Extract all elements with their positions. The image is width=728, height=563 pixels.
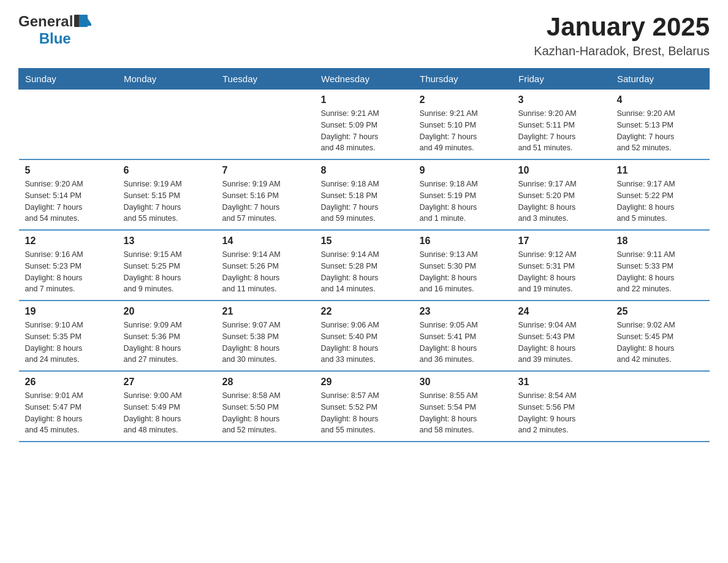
calendar-header-tuesday: Tuesday	[216, 69, 315, 90]
day-info: Sunrise: 8:58 AM Sunset: 5:50 PM Dayligh…	[222, 390, 309, 436]
calendar-cell: 16Sunrise: 9:13 AM Sunset: 5:30 PM Dayli…	[414, 230, 512, 301]
day-number: 18	[617, 236, 703, 247]
day-number: 20	[124, 306, 210, 317]
day-number: 24	[518, 306, 605, 317]
day-number: 10	[518, 165, 605, 176]
calendar-week-row: 12Sunrise: 9:16 AM Sunset: 5:23 PM Dayli…	[19, 230, 710, 301]
day-number: 7	[222, 165, 309, 176]
calendar-cell: 1Sunrise: 9:21 AM Sunset: 5:09 PM Daylig…	[315, 90, 414, 160]
day-info: Sunrise: 9:16 AM Sunset: 5:23 PM Dayligh…	[25, 249, 112, 295]
calendar-cell: 13Sunrise: 9:15 AM Sunset: 5:25 PM Dayli…	[118, 230, 216, 301]
day-info: Sunrise: 9:18 AM Sunset: 5:18 PM Dayligh…	[321, 178, 408, 224]
day-number: 8	[321, 165, 408, 176]
calendar-cell: 11Sunrise: 9:17 AM Sunset: 5:22 PM Dayli…	[611, 159, 710, 230]
calendar-cell: 20Sunrise: 9:09 AM Sunset: 5:36 PM Dayli…	[118, 301, 216, 371]
logo: General Blue	[18, 12, 91, 47]
day-number: 21	[222, 306, 309, 317]
day-number: 19	[25, 306, 112, 317]
calendar-cell: 7Sunrise: 9:19 AM Sunset: 5:16 PM Daylig…	[216, 159, 315, 230]
day-info: Sunrise: 9:20 AM Sunset: 5:11 PM Dayligh…	[518, 108, 605, 154]
day-info: Sunrise: 9:05 AM Sunset: 5:41 PM Dayligh…	[420, 320, 506, 366]
day-info: Sunrise: 9:11 AM Sunset: 5:33 PM Dayligh…	[617, 249, 703, 295]
calendar-cell: 8Sunrise: 9:18 AM Sunset: 5:18 PM Daylig…	[315, 159, 414, 230]
day-number: 26	[25, 377, 112, 388]
page-header: General Blue January 2025 Kazhan-Haradok…	[18, 12, 710, 58]
day-info: Sunrise: 9:14 AM Sunset: 5:26 PM Dayligh…	[222, 249, 309, 295]
calendar-cell: 10Sunrise: 9:17 AM Sunset: 5:20 PM Dayli…	[512, 159, 611, 230]
logo-icon	[74, 13, 91, 31]
day-info: Sunrise: 9:04 AM Sunset: 5:43 PM Dayligh…	[518, 320, 605, 366]
day-number: 30	[420, 377, 506, 388]
calendar-table: SundayMondayTuesdayWednesdayThursdayFrid…	[18, 68, 710, 442]
day-info: Sunrise: 9:21 AM Sunset: 5:09 PM Dayligh…	[321, 108, 408, 154]
calendar-cell: 18Sunrise: 9:11 AM Sunset: 5:33 PM Dayli…	[611, 230, 710, 301]
logo-general: General	[18, 13, 73, 29]
calendar-cell: 24Sunrise: 9:04 AM Sunset: 5:43 PM Dayli…	[512, 301, 611, 371]
day-number: 9	[420, 165, 506, 176]
calendar-cell	[19, 90, 118, 160]
calendar-cell: 4Sunrise: 9:20 AM Sunset: 5:13 PM Daylig…	[611, 90, 710, 160]
day-number: 29	[321, 377, 408, 388]
day-info: Sunrise: 8:54 AM Sunset: 5:56 PM Dayligh…	[518, 390, 605, 436]
calendar-cell: 14Sunrise: 9:14 AM Sunset: 5:26 PM Dayli…	[216, 230, 315, 301]
calendar-cell: 5Sunrise: 9:20 AM Sunset: 5:14 PM Daylig…	[19, 159, 118, 230]
calendar-cell: 29Sunrise: 8:57 AM Sunset: 5:52 PM Dayli…	[315, 371, 414, 442]
calendar-week-row: 1Sunrise: 9:21 AM Sunset: 5:09 PM Daylig…	[19, 90, 710, 160]
calendar-header-row: SundayMondayTuesdayWednesdayThursdayFrid…	[19, 69, 710, 90]
day-number: 1	[321, 94, 408, 105]
day-number: 13	[124, 236, 210, 247]
day-info: Sunrise: 9:00 AM Sunset: 5:49 PM Dayligh…	[124, 390, 210, 436]
day-number: 15	[321, 236, 408, 247]
day-info: Sunrise: 9:09 AM Sunset: 5:36 PM Dayligh…	[124, 320, 210, 366]
day-number: 17	[518, 236, 605, 247]
day-number: 11	[617, 165, 703, 176]
calendar-cell: 21Sunrise: 9:07 AM Sunset: 5:38 PM Dayli…	[216, 301, 315, 371]
calendar-cell	[118, 90, 216, 160]
day-number: 22	[321, 306, 408, 317]
calendar-header-saturday: Saturday	[611, 69, 710, 90]
calendar-week-row: 5Sunrise: 9:20 AM Sunset: 5:14 PM Daylig…	[19, 159, 710, 230]
day-info: Sunrise: 9:06 AM Sunset: 5:40 PM Dayligh…	[321, 320, 408, 366]
calendar-cell: 22Sunrise: 9:06 AM Sunset: 5:40 PM Dayli…	[315, 301, 414, 371]
calendar-cell: 6Sunrise: 9:19 AM Sunset: 5:15 PM Daylig…	[118, 159, 216, 230]
day-info: Sunrise: 9:01 AM Sunset: 5:47 PM Dayligh…	[25, 390, 112, 436]
subtitle: Kazhan-Haradok, Brest, Belarus	[534, 44, 710, 58]
day-info: Sunrise: 9:02 AM Sunset: 5:45 PM Dayligh…	[617, 320, 703, 366]
day-info: Sunrise: 9:20 AM Sunset: 5:13 PM Dayligh…	[617, 108, 703, 154]
day-info: Sunrise: 9:17 AM Sunset: 5:20 PM Dayligh…	[518, 178, 605, 224]
day-number: 25	[617, 306, 703, 317]
calendar-cell: 12Sunrise: 9:16 AM Sunset: 5:23 PM Dayli…	[19, 230, 118, 301]
day-info: Sunrise: 9:19 AM Sunset: 5:15 PM Dayligh…	[124, 178, 210, 224]
day-number: 12	[25, 236, 112, 247]
day-info: Sunrise: 9:07 AM Sunset: 5:38 PM Dayligh…	[222, 320, 309, 366]
calendar-header-thursday: Thursday	[414, 69, 512, 90]
day-info: Sunrise: 9:18 AM Sunset: 5:19 PM Dayligh…	[420, 178, 506, 224]
calendar-cell	[216, 90, 315, 160]
day-info: Sunrise: 8:57 AM Sunset: 5:52 PM Dayligh…	[321, 390, 408, 436]
day-number: 31	[518, 377, 605, 388]
calendar-cell: 2Sunrise: 9:21 AM Sunset: 5:10 PM Daylig…	[414, 90, 512, 160]
day-info: Sunrise: 9:19 AM Sunset: 5:16 PM Dayligh…	[222, 178, 309, 224]
calendar-cell: 17Sunrise: 9:12 AM Sunset: 5:31 PM Dayli…	[512, 230, 611, 301]
day-number: 2	[420, 94, 506, 105]
calendar-cell: 26Sunrise: 9:01 AM Sunset: 5:47 PM Dayli…	[19, 371, 118, 442]
calendar-cell: 25Sunrise: 9:02 AM Sunset: 5:45 PM Dayli…	[611, 301, 710, 371]
calendar-cell: 9Sunrise: 9:18 AM Sunset: 5:19 PM Daylig…	[414, 159, 512, 230]
calendar-header-monday: Monday	[118, 69, 216, 90]
day-number: 14	[222, 236, 309, 247]
calendar-cell: 15Sunrise: 9:14 AM Sunset: 5:28 PM Dayli…	[315, 230, 414, 301]
day-info: Sunrise: 9:15 AM Sunset: 5:25 PM Dayligh…	[124, 249, 210, 295]
day-number: 6	[124, 165, 210, 176]
calendar-cell: 28Sunrise: 8:58 AM Sunset: 5:50 PM Dayli…	[216, 371, 315, 442]
calendar-week-row: 26Sunrise: 9:01 AM Sunset: 5:47 PM Dayli…	[19, 371, 710, 442]
day-number: 23	[420, 306, 506, 317]
calendar-header-wednesday: Wednesday	[315, 69, 414, 90]
calendar-cell: 3Sunrise: 9:20 AM Sunset: 5:11 PM Daylig…	[512, 90, 611, 160]
day-info: Sunrise: 9:12 AM Sunset: 5:31 PM Dayligh…	[518, 249, 605, 295]
day-info: Sunrise: 9:14 AM Sunset: 5:28 PM Dayligh…	[321, 249, 408, 295]
calendar-cell: 30Sunrise: 8:55 AM Sunset: 5:54 PM Dayli…	[414, 371, 512, 442]
day-number: 16	[420, 236, 506, 247]
day-number: 28	[222, 377, 309, 388]
calendar-header-friday: Friday	[512, 69, 611, 90]
calendar-cell: 31Sunrise: 8:54 AM Sunset: 5:56 PM Dayli…	[512, 371, 611, 442]
